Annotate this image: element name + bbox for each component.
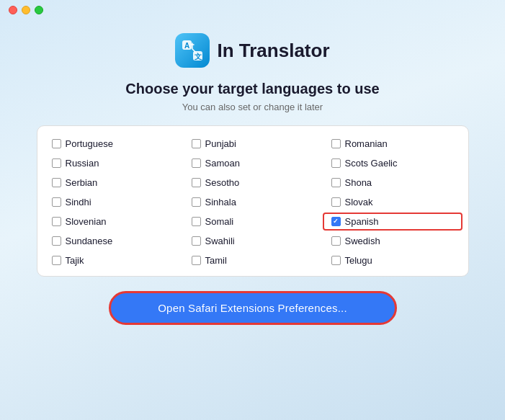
svg-text:文: 文 — [195, 53, 202, 61]
language-grid: PortuguesePunjabiRomanianRussianSamoanSc… — [43, 135, 462, 269]
lang-item[interactable]: Spanish — [323, 213, 462, 231]
lang-checkbox[interactable] — [331, 158, 341, 168]
bottom-area: Open Safari Extensions Preferences... — [0, 291, 505, 325]
lang-item[interactable]: Slovenian — [43, 213, 183, 231]
app-icon: A 文 — [175, 33, 210, 68]
lang-checkbox[interactable] — [331, 139, 341, 148]
lang-checkbox[interactable] — [52, 197, 61, 207]
lang-label: Swedish — [345, 236, 380, 246]
lang-checkbox[interactable] — [192, 139, 201, 148]
lang-checkbox[interactable] — [192, 158, 201, 168]
lang-checkbox[interactable] — [331, 217, 341, 226]
lang-checkbox[interactable] — [52, 139, 61, 148]
lang-label: Shona — [345, 177, 372, 188]
lang-label: Romanian — [345, 138, 388, 149]
lang-item[interactable]: Telugu — [323, 251, 462, 269]
minimize-button[interactable] — [22, 6, 30, 14]
maximize-button[interactable] — [35, 6, 43, 14]
lang-label: Samoan — [205, 158, 240, 169]
lang-label: Slovenian — [66, 216, 107, 227]
lang-label: Sinhala — [205, 197, 236, 207]
lang-checkbox[interactable] — [192, 217, 201, 226]
lang-item[interactable]: Portuguese — [43, 135, 183, 153]
lang-checkbox[interactable] — [331, 256, 341, 265]
app-title: In Translator — [217, 40, 329, 62]
lang-label: Scots Gaelic — [345, 158, 398, 169]
lang-item[interactable]: Sundanese — [43, 232, 183, 250]
lang-label: Serbian — [66, 177, 98, 188]
lang-checkbox[interactable] — [52, 217, 61, 226]
lang-checkbox[interactable] — [52, 178, 61, 187]
lang-item[interactable]: Sinhala — [183, 193, 323, 211]
lang-item[interactable]: Punjabi — [183, 135, 323, 153]
lang-label: Sesotho — [205, 177, 240, 188]
header: A 文 In Translator Choose your target lan… — [125, 33, 379, 112]
lang-checkbox[interactable] — [331, 178, 341, 187]
language-grid-container: PortuguesePunjabiRomanianRussianSamoanSc… — [37, 125, 469, 277]
lang-item[interactable]: Scots Gaelic — [323, 154, 462, 172]
lang-item[interactable]: Romanian — [323, 135, 462, 153]
lang-item[interactable]: Russian — [43, 154, 183, 172]
section-title: Choose your target languages to use — [125, 81, 379, 97]
lang-checkbox[interactable] — [192, 178, 201, 187]
lang-checkbox[interactable] — [52, 158, 61, 168]
lang-item[interactable]: Sesotho — [183, 174, 323, 192]
lang-checkbox[interactable] — [52, 256, 61, 265]
lang-item[interactable]: Swahili — [183, 232, 323, 250]
close-button[interactable] — [9, 6, 17, 14]
lang-label: Tajik — [66, 255, 84, 266]
lang-label: Spanish — [345, 216, 379, 227]
title-bar — [0, 0, 505, 20]
lang-label: Portuguese — [66, 138, 114, 149]
lang-item[interactable]: Tajik — [43, 251, 183, 269]
lang-label: Sindhi — [66, 197, 91, 207]
lang-item[interactable]: Shona — [323, 174, 462, 192]
lang-label: Sundanese — [66, 236, 113, 246]
lang-label: Russian — [66, 158, 99, 169]
lang-checkbox[interactable] — [192, 197, 201, 207]
lang-label: Swahili — [205, 236, 235, 246]
lang-item[interactable]: Somali — [183, 213, 323, 231]
lang-item[interactable]: Serbian — [43, 174, 183, 192]
lang-item[interactable]: Tamil — [183, 251, 323, 269]
section-subtitle: You can also set or change it later — [182, 102, 323, 112]
lang-checkbox[interactable] — [331, 236, 341, 246]
lang-checkbox[interactable] — [192, 236, 201, 246]
lang-checkbox[interactable] — [52, 236, 61, 246]
svg-text:A: A — [184, 42, 189, 50]
lang-item[interactable]: Swedish — [323, 232, 462, 250]
lang-label: Punjabi — [205, 138, 236, 149]
lang-item[interactable]: Samoan — [183, 154, 323, 172]
open-safari-button[interactable]: Open Safari Extensions Preferences... — [109, 291, 397, 325]
app-title-row: A 文 In Translator — [175, 33, 329, 68]
lang-label: Somali — [205, 216, 234, 227]
lang-checkbox[interactable] — [331, 197, 341, 207]
lang-label: Tamil — [205, 255, 227, 266]
lang-item[interactable]: Sindhi — [43, 193, 183, 211]
lang-item[interactable]: Slovak — [323, 193, 462, 211]
lang-label: Slovak — [345, 197, 373, 207]
lang-checkbox[interactable] — [192, 256, 201, 265]
lang-label: Telugu — [345, 255, 372, 266]
